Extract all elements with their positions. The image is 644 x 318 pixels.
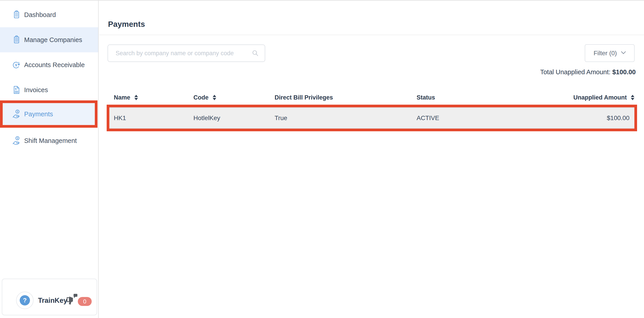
notification-badge: 0 [78, 297, 92, 306]
building-icon [12, 35, 22, 45]
search-icon [252, 50, 259, 57]
sidebar-item-accounts-receivable[interactable]: $ Accounts Receivable [0, 52, 98, 78]
column-label: Unapplied Amount [573, 94, 627, 101]
sidebar-item-label: Dashboard [24, 11, 56, 18]
column-label: Status [416, 94, 435, 101]
svg-text:$: $ [15, 63, 17, 67]
column-header-status: Status [416, 94, 564, 101]
hand-coin-icon: $ [12, 109, 22, 119]
sort-icon [631, 95, 634, 100]
sidebar-item-payments[interactable]: $ Payments [3, 103, 95, 125]
table-header-row: Name Code Direct Bill Privileges Status … [107, 92, 637, 104]
help-button[interactable]: ? [16, 292, 34, 309]
column-header-direct-bill-privileges: Direct Bill Privileges [274, 94, 416, 101]
notification-count: 0 [83, 298, 86, 305]
summary-label: Total Unapplied Amount: [540, 68, 612, 76]
sidebar-item-label: Payments [24, 110, 53, 118]
sidebar-item-shift-management[interactable]: $ Shift Management [0, 128, 98, 153]
sort-icon [213, 95, 216, 100]
header-divider [99, 35, 644, 35]
svg-text:$: $ [17, 137, 18, 140]
sidebar-item-label: Shift Management [24, 137, 77, 144]
app-window: Dashboard Manage Companies [0, 0, 644, 318]
cell-direct-bill-privileges: True [274, 114, 416, 122]
total-unapplied-summary: Total Unapplied Amount: $100.00 [540, 68, 636, 76]
cell-unapplied-amount: $100.00 [564, 114, 634, 122]
page-title: Payments [108, 20, 145, 28]
chevron-down-icon [621, 51, 626, 55]
sidebar-item-manage-companies[interactable]: Manage Companies [0, 27, 98, 52]
brand-logo-text: TrainKey [38, 296, 67, 304]
summary-value: $100.00 [612, 68, 636, 76]
table-row[interactable]: HK1 HotlelKey True ACTIVE $100.00 [109, 107, 634, 128]
sidebar-footer-card: ? TrainKey 0 [2, 279, 97, 315]
company-search [108, 44, 265, 62]
filter-button-label: Filter (0) [594, 50, 617, 57]
sidebar-item-label: Manage Companies [24, 36, 82, 44]
annotation-box-table-row: HK1 HotlelKey True ACTIVE $100.00 [107, 105, 637, 131]
dollar-receive-icon: $ [12, 60, 22, 70]
filter-button[interactable]: Filter (0) [585, 44, 634, 62]
annotation-box-sidebar-payments: $ Payments [0, 100, 98, 128]
search-input[interactable] [108, 45, 252, 62]
column-label: Name [114, 94, 130, 101]
column-label: Code [194, 94, 209, 101]
column-label: Direct Bill Privileges [274, 94, 333, 101]
sidebar-item-dashboard[interactable]: Dashboard [0, 2, 98, 27]
cell-name: HK1 [109, 114, 194, 122]
megaphone-icon[interactable] [66, 294, 78, 306]
cell-code: HotlelKey [194, 114, 274, 122]
column-header-code[interactable]: Code [194, 94, 274, 101]
column-header-unapplied-amount[interactable]: Unapplied Amount [564, 94, 637, 101]
sidebar-item-invoices[interactable]: $ Invoices [0, 78, 98, 102]
column-header-name[interactable]: Name [107, 94, 194, 101]
sort-icon [134, 95, 138, 100]
svg-text:$: $ [15, 88, 16, 90]
cell-status: ACTIVE [416, 114, 564, 122]
building-icon [12, 10, 22, 20]
sidebar: Dashboard Manage Companies [0, 1, 98, 318]
sidebar-item-label: Accounts Receivable [24, 61, 85, 69]
sidebar-item-label: Invoices [24, 86, 48, 94]
svg-text:$: $ [17, 110, 18, 113]
question-mark-icon: ? [20, 295, 30, 306]
hand-coin-icon: $ [12, 136, 22, 146]
main-content: Payments Filter (0) Total Unapplied Amou… [99, 1, 644, 318]
invoice-icon: $ [12, 85, 22, 95]
